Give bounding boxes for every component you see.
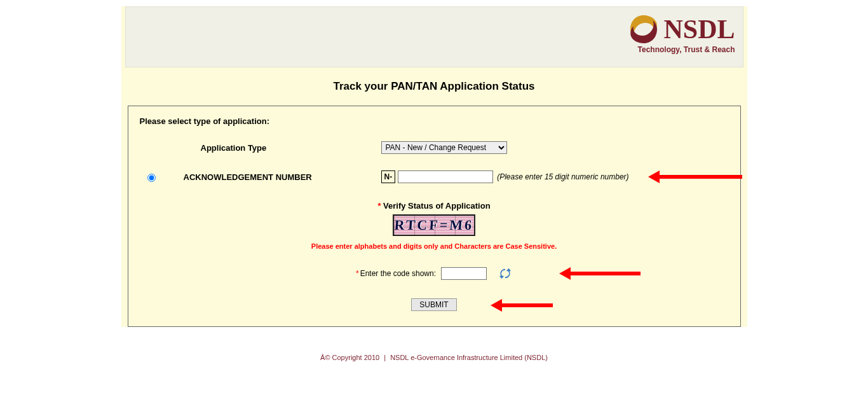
form-panel: Please select type of application: Appli… — [128, 106, 741, 327]
annotation-arrow-icon — [491, 299, 553, 312]
footer-copyright: Â© Copyright 2010 — [320, 354, 379, 361]
ack-number-input[interactable] — [398, 170, 493, 183]
captcha-section: * Verify Status of Application RTCF=M6 P… — [140, 201, 729, 311]
submit-row: SUBMIT — [140, 298, 729, 311]
ack-label: ACKNOWLEDGEMENT NUMBER — [184, 172, 312, 182]
page-title: Track your PAN/TAN Application Status — [121, 80, 747, 93]
brand-logo-icon — [627, 12, 661, 46]
row-application-type: Application Type PAN - New / Change Requ… — [140, 141, 729, 154]
brand-tagline: Technology, Trust & Reach — [627, 45, 735, 54]
application-type-label: Application Type — [140, 143, 267, 153]
footer-org: NSDL e-Governance Infrastructure Limited… — [390, 354, 548, 361]
captcha-refresh-button[interactable] — [498, 267, 512, 281]
annotation-arrow-icon — [559, 267, 641, 280]
captcha-warning: Please enter alphabets and digits only a… — [140, 242, 729, 250]
brand-name: NSDL — [663, 16, 735, 43]
ack-prefix: N- — [381, 170, 396, 183]
refresh-icon — [498, 267, 512, 281]
captcha-text: RTCF=M6 — [393, 216, 475, 235]
ack-hint: (Please enter 15 digit numeric number) — [497, 172, 628, 181]
enter-code-label: Enter the code shown: — [360, 269, 436, 278]
header-bar: NSDL Technology, Trust & Reach — [125, 6, 743, 67]
enter-code-row: * Enter the code shown: — [140, 267, 729, 281]
captcha-title-row: * Verify Status of Application — [140, 201, 729, 211]
captcha-image: RTCF=M6 — [393, 214, 475, 236]
required-star-icon: * — [377, 201, 381, 211]
application-type-select[interactable]: PAN - New / Change Request — [381, 141, 507, 154]
required-star-icon: * — [356, 269, 359, 278]
ack-radio[interactable] — [147, 174, 156, 182]
brand-block: NSDL Technology, Trust & Reach — [627, 12, 735, 54]
row-ack-number: ACKNOWLEDGEMENT NUMBER N- (Please enter … — [140, 170, 729, 183]
captcha-code-input[interactable] — [441, 267, 487, 280]
captcha-title: Verify Status of Application — [383, 201, 491, 211]
submit-button[interactable]: SUBMIT — [411, 298, 456, 311]
footer: Â© Copyright 2010 | NSDL e-Governance In… — [0, 346, 868, 374]
footer-separator: | — [384, 354, 386, 361]
form-instruction: Please select type of application: — [140, 116, 729, 126]
app-container: NSDL Technology, Trust & Reach Track you… — [121, 6, 747, 327]
